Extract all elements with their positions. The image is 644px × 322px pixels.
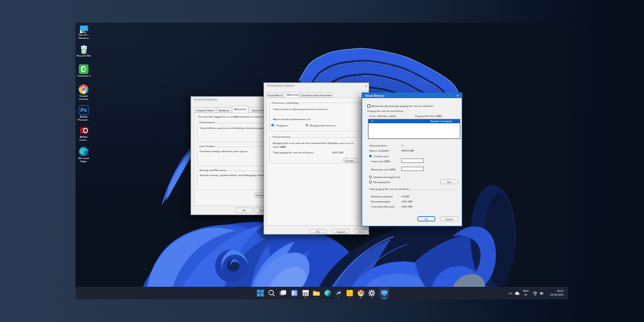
svg-text:Ps: Ps — [80, 107, 87, 113]
